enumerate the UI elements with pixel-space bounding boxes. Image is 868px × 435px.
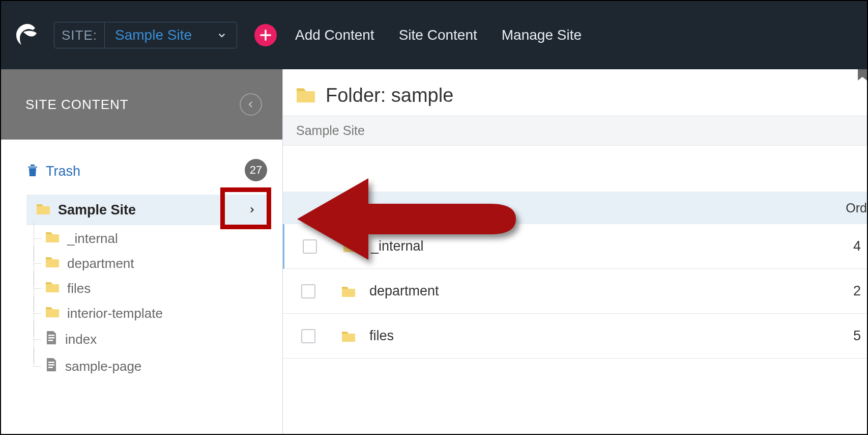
svg-rect-2 (48, 340, 53, 341)
folder-icon (295, 86, 316, 106)
tree-item-internal[interactable]: _internal (41, 226, 267, 251)
row-checkbox[interactable] (301, 284, 315, 298)
folder-icon (36, 202, 51, 218)
row-ord: 4 (853, 238, 867, 254)
column-ord[interactable]: Ord (846, 201, 867, 215)
breadcrumb[interactable]: Sample Site (283, 116, 867, 146)
add-content-button-icon[interactable] (254, 24, 277, 46)
row-checkbox[interactable] (301, 329, 315, 343)
tree-expand-button[interactable] (242, 200, 262, 220)
tree-item-department[interactable]: department (41, 251, 267, 276)
table-row[interactable]: files 5 (283, 314, 867, 359)
tree-item-interior-template[interactable]: interior-template (41, 301, 267, 326)
chevron-right-icon (248, 206, 256, 214)
nav-manage-site[interactable]: Manage Site (496, 27, 588, 43)
folder-icon (341, 285, 359, 298)
tree-root-sample-site[interactable]: Sample Site (26, 195, 267, 225)
breadcrumb-text: Sample Site (296, 123, 365, 138)
tree-item-label: files (67, 281, 91, 296)
svg-rect-0 (48, 335, 54, 336)
trash-row[interactable]: Trash 27 (26, 160, 267, 182)
sidebar: SITE CONTENT Trash 27 (1, 69, 283, 434)
sort-asc-icon (384, 201, 391, 215)
add-content-link[interactable]: Add Content (289, 27, 381, 43)
chevron-left-icon (246, 100, 255, 109)
tree-item-label: department (67, 256, 134, 271)
folder-icon (45, 280, 60, 297)
folder-icon (342, 240, 361, 253)
row-name: files (369, 328, 394, 344)
tree-root-label: Sample Site (58, 202, 136, 218)
tree-item-label: index (65, 332, 97, 347)
site-selector[interactable]: SITE: Sample Site (54, 22, 237, 48)
column-name[interactable]: Name (341, 201, 391, 215)
trash-count-badge: 27 (245, 159, 267, 181)
svg-rect-4 (48, 364, 54, 366)
folder-icon (45, 255, 60, 272)
svg-rect-3 (48, 362, 54, 363)
content-pane: Folder: sample Sample Site Name Ord _int… (283, 69, 867, 434)
sidebar-header: SITE CONTENT (1, 69, 282, 140)
tree-item-label: sample-page (65, 359, 141, 374)
row-checkbox[interactable] (303, 239, 317, 254)
svg-rect-5 (48, 367, 53, 368)
svg-rect-1 (48, 337, 54, 339)
content-tree: Sample Site _internal department (26, 195, 267, 380)
site-selector-label: SITE: (54, 22, 105, 48)
app-logo-icon[interactable] (13, 21, 42, 49)
collapse-sidebar-button[interactable] (240, 93, 262, 116)
tree-item-label: interior-template (67, 306, 163, 321)
page-title: Folder: sample (326, 85, 453, 106)
row-ord: 2 (853, 283, 867, 299)
row-name: department (369, 283, 439, 299)
folder-icon (45, 230, 60, 247)
table-header: Name Ord (283, 192, 867, 224)
trash-label: Trash (46, 164, 80, 179)
tree-item-files[interactable]: files (41, 276, 267, 301)
page-icon (45, 357, 58, 376)
row-ord: 5 (853, 328, 867, 344)
table-row[interactable]: department 2 (283, 269, 867, 314)
site-selector-text: Sample Site (115, 27, 192, 43)
folder-icon (45, 305, 60, 322)
bookmark-icon[interactable] (858, 69, 867, 80)
tree-item-label: _internal (67, 231, 118, 247)
page-icon (45, 330, 58, 349)
site-selector-value[interactable]: Sample Site (105, 27, 237, 43)
trash-icon (26, 162, 39, 180)
tree-item-sample-page[interactable]: sample-page (41, 353, 267, 380)
sidebar-title: SITE CONTENT (25, 97, 129, 113)
folder-icon (341, 330, 359, 343)
table-row[interactable]: _internal 4 (283, 224, 867, 269)
chevron-down-icon (217, 27, 226, 43)
app-header: SITE: Sample Site Add Content Site Conte… (1, 1, 867, 69)
column-name-label: Name (341, 201, 375, 215)
tree-item-index[interactable]: index (41, 326, 267, 353)
nav-site-content[interactable]: Site Content (393, 27, 483, 43)
row-name: _internal (371, 238, 424, 254)
